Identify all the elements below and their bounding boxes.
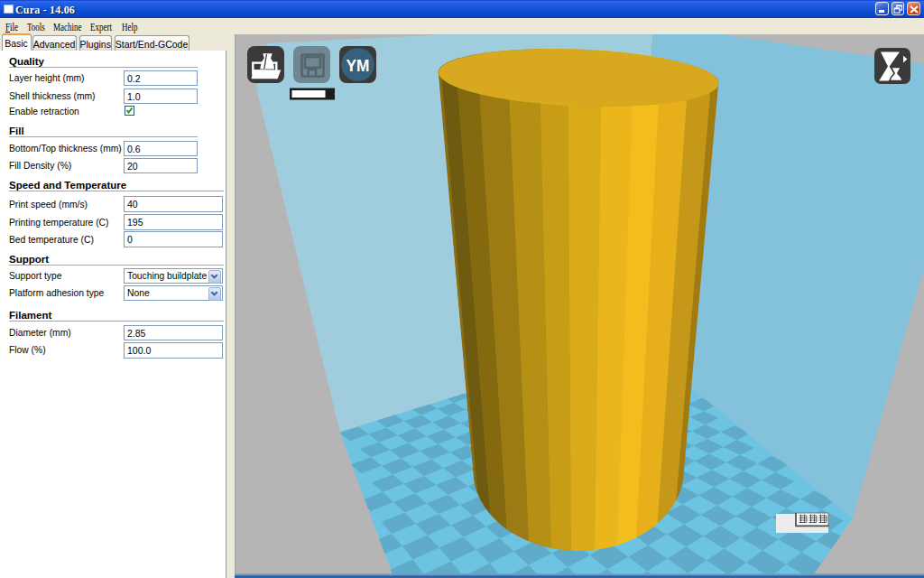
svg-text:YM: YM [346,56,370,75]
